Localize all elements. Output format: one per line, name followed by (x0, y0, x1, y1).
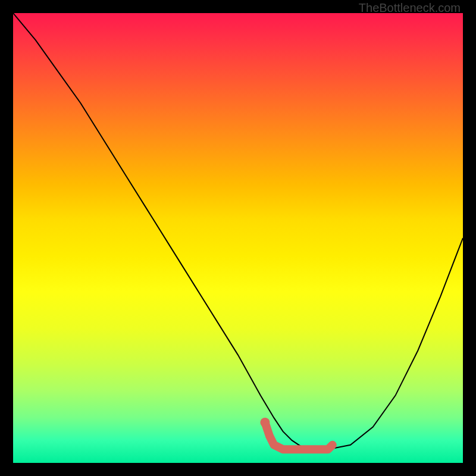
plot-area (13, 13, 463, 463)
curve-group (13, 13, 463, 449)
optimal-zone-path (265, 422, 332, 449)
watermark-text: TheBottleneck.com (359, 1, 461, 15)
chart-svg (13, 13, 463, 463)
bottleneck-curve-path (13, 13, 463, 449)
chart-frame: TheBottleneck.com (0, 0, 476, 476)
optimal-start-dot (260, 418, 270, 427)
